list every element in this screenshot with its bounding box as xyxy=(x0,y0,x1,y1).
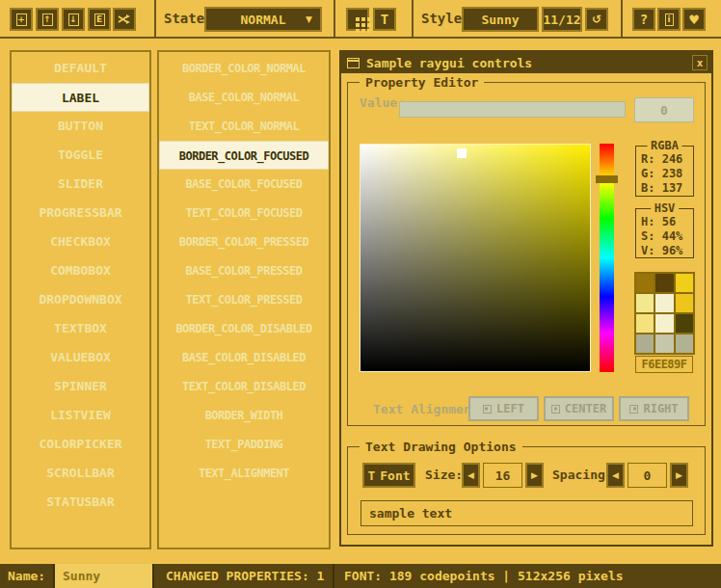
list-item[interactable]: BASE_COLOR_FOCUSED xyxy=(159,170,329,199)
list-item[interactable]: SPINNER xyxy=(12,372,149,401)
state-dropdown-value: NORMAL xyxy=(241,13,286,27)
list-item[interactable]: CHECKBOX xyxy=(12,227,149,256)
list-item[interactable]: STATUSBAR xyxy=(12,488,149,517)
window-titlebar[interactable]: Sample raygui controls x xyxy=(341,52,711,73)
list-item[interactable]: TEXT_COLOR_FOCUSED xyxy=(159,199,329,227)
list-item[interactable]: BORDER_COLOR_FOCUSED xyxy=(159,141,329,170)
list-item[interactable]: BASE_COLOR_NORMAL xyxy=(159,83,329,112)
list-item[interactable]: BORDER_COLOR_NORMAL xyxy=(159,54,329,83)
list-item[interactable]: SCROLLBAR xyxy=(12,459,149,488)
list-item[interactable]: TEXT_COLOR_PRESSED xyxy=(159,285,329,314)
new-file-button[interactable]: + xyxy=(10,8,33,31)
list-item[interactable]: LISTVIEW xyxy=(12,401,149,430)
text-icon: T xyxy=(367,468,375,483)
statusbar-divider xyxy=(333,564,334,588)
style-name-button[interactable]: Sunny xyxy=(462,7,539,32)
color-swatch[interactable] xyxy=(655,294,673,312)
align-left-button[interactable]: LEFT xyxy=(468,396,539,421)
size-increment-button[interactable]: ▶ xyxy=(525,463,544,488)
grid-icon xyxy=(356,17,360,21)
close-button[interactable]: x xyxy=(692,55,708,70)
list-item[interactable]: BUTTON xyxy=(12,112,149,141)
list-item[interactable]: LABEL xyxy=(12,83,149,112)
list-item[interactable]: BORDER_COLOR_DISABLED xyxy=(159,314,329,343)
arrow-right-icon: ▶ xyxy=(531,470,538,480)
rgba-group: RGBA R: 246 G: 238 B: 137 xyxy=(635,146,694,197)
sample-text-input[interactable]: sample text xyxy=(360,500,693,526)
color-swatch[interactable] xyxy=(636,314,654,333)
font-button[interactable]: T Font xyxy=(362,463,415,488)
random-style-button[interactable] xyxy=(113,8,136,31)
save-file-button[interactable]: ↓ xyxy=(62,8,85,31)
value-slider[interactable] xyxy=(399,101,626,118)
text-drawing-options-title: Text Drawing Options xyxy=(360,440,522,454)
color-swatch[interactable] xyxy=(676,334,693,353)
color-panel[interactable] xyxy=(360,144,591,372)
color-swatch[interactable] xyxy=(676,314,693,333)
toolbar-divider xyxy=(412,0,414,37)
open-file-button[interactable]: ↑ xyxy=(36,8,59,31)
hue-cursor[interactable] xyxy=(596,175,618,183)
rgba-r-value: R: 246 xyxy=(641,152,693,167)
list-item[interactable]: BASE_COLOR_PRESSED xyxy=(159,256,329,285)
list-item[interactable]: TEXT_COLOR_NORMAL xyxy=(159,112,329,141)
list-item[interactable]: PROGRESSBAR xyxy=(12,199,149,227)
spacing-increment-button[interactable]: ▶ xyxy=(670,463,688,488)
export-file-button[interactable]: E xyxy=(88,8,111,31)
question-icon: ? xyxy=(640,12,648,27)
list-item[interactable]: TOGGLE xyxy=(12,141,149,170)
list-item[interactable]: BORDER_WIDTH xyxy=(159,401,329,430)
color-swatch[interactable] xyxy=(655,274,673,292)
hex-value-box[interactable]: F6EE89F xyxy=(635,356,693,373)
style-table-button[interactable] xyxy=(346,8,369,31)
toolbar-divider xyxy=(154,0,156,37)
state-dropdown[interactable]: NORMAL ▼ xyxy=(204,7,322,32)
size-decrement-button[interactable]: ◀ xyxy=(462,463,480,488)
list-item[interactable]: COLORPICKER xyxy=(12,430,149,459)
size-value-box[interactable]: 16 xyxy=(483,463,522,488)
style-counter-value: 11/12 xyxy=(543,13,580,27)
spacing-decrement-button[interactable]: ◀ xyxy=(606,463,625,488)
arrow-left-icon: ◀ xyxy=(612,470,619,480)
rgba-b-value: B: 137 xyxy=(641,181,693,196)
list-item[interactable]: TEXT_PADDING xyxy=(159,430,329,459)
list-item[interactable]: VALUEBOX xyxy=(12,343,149,372)
color-swatch[interactable] xyxy=(676,294,693,312)
align-left-icon xyxy=(483,405,492,414)
hue-bar[interactable] xyxy=(600,144,614,372)
list-item[interactable]: BASE_COLOR_DISABLED xyxy=(159,343,329,372)
color-panel-cursor[interactable] xyxy=(457,148,467,158)
shuffle-icon xyxy=(118,13,131,26)
color-swatch[interactable] xyxy=(676,274,693,292)
color-swatch[interactable] xyxy=(636,334,654,353)
align-right-icon xyxy=(629,405,638,414)
color-swatch[interactable] xyxy=(636,274,654,292)
align-center-icon xyxy=(551,405,560,414)
about-button[interactable]: i xyxy=(657,8,681,31)
toolbar-divider xyxy=(621,0,623,37)
list-item[interactable]: TEXT_COLOR_DISABLED xyxy=(159,372,329,401)
font-atlas-button[interactable]: T xyxy=(373,8,396,31)
list-item[interactable]: DROPDOWNBOX xyxy=(12,285,149,314)
align-right-button[interactable]: RIGHT xyxy=(619,396,689,421)
align-center-button[interactable]: CENTER xyxy=(544,396,614,421)
color-swatch[interactable] xyxy=(655,334,673,353)
color-swatch[interactable] xyxy=(636,294,654,312)
sponsor-button[interactable]: ♥ xyxy=(682,8,706,31)
list-item[interactable]: DEFAULT xyxy=(12,54,149,83)
style-name-input[interactable]: Sunny xyxy=(53,564,154,588)
list-item[interactable]: SLIDER xyxy=(12,170,149,199)
value-box[interactable]: 0 xyxy=(634,97,694,122)
new-file-icon: + xyxy=(16,13,27,26)
list-item[interactable]: TEXTBOX xyxy=(12,314,149,343)
hsv-group: HSV H: 56 S: 44% V: 96% xyxy=(635,208,694,258)
sample-controls-window: Sample raygui controls x Property Editor… xyxy=(339,50,713,547)
reload-style-button[interactable]: ↻ xyxy=(585,8,608,31)
help-button[interactable]: ? xyxy=(632,8,655,31)
color-swatch[interactable] xyxy=(655,314,673,333)
hsv-v-value: V: 96% xyxy=(641,244,693,258)
list-item[interactable]: BORDER_COLOR_PRESSED xyxy=(159,227,329,256)
list-item[interactable]: TEXT_ALIGNMENT xyxy=(159,459,329,488)
list-item[interactable]: COMBOBOX xyxy=(12,256,149,285)
spacing-value-box[interactable]: 0 xyxy=(628,463,667,488)
